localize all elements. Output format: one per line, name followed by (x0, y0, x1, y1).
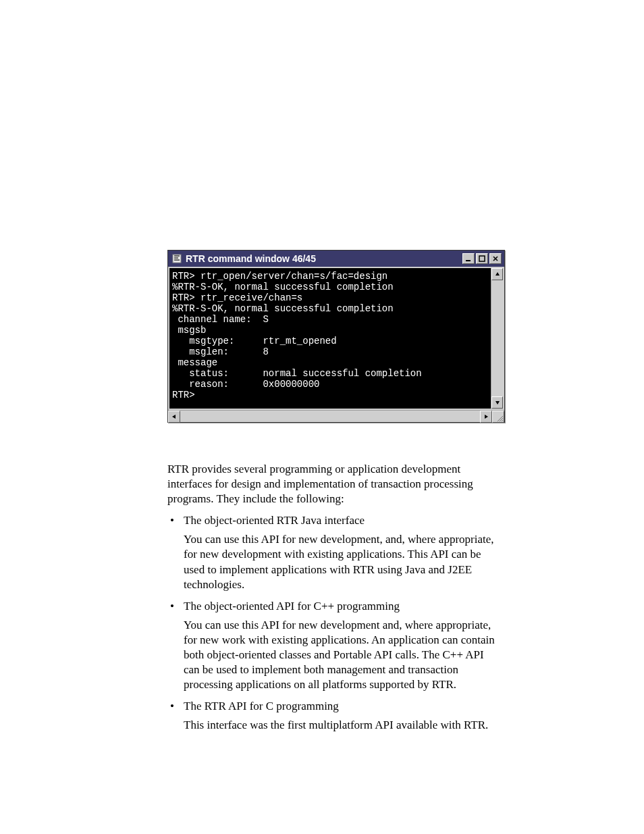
window-title: RTR command window 46/45 (186, 253, 462, 264)
bullet-title: The RTR API for C programming (184, 700, 339, 712)
bullet-title: The object-oriented API for C++ programm… (184, 600, 400, 613)
scroll-track-horizontal[interactable] (180, 411, 480, 422)
rtr-app-icon (171, 253, 183, 264)
bullet-detail: You can use this API for new development… (184, 618, 498, 692)
bullet-item: The RTR API for C programmingThis interf… (167, 699, 498, 733)
bullet-title: The object-oriented RTR Java interface (184, 514, 365, 527)
maximize-button[interactable] (476, 253, 488, 264)
bullet-detail: You can use this API for new development… (184, 532, 498, 592)
window-controls (462, 253, 502, 264)
intro-paragraph: RTR provides several programming or appl… (167, 462, 498, 506)
bullet-detail: This interface was the first multiplatfo… (184, 718, 498, 733)
vertical-scrollbar[interactable] (491, 268, 503, 409)
svg-rect-2 (479, 256, 485, 261)
resize-grip[interactable] (492, 411, 504, 423)
terminal-output: RTR> rtr_open/server/chan=s/fac=design %… (169, 268, 491, 409)
window-titlebar[interactable]: RTR command window 46/45 (168, 251, 504, 267)
scroll-up-button[interactable] (491, 268, 503, 280)
bullet-item: The object-oriented API for C++ programm… (167, 599, 498, 693)
terminal-window: RTR command window 46/45 RTR> rtr_open/s… (167, 250, 505, 423)
scroll-left-button[interactable] (168, 411, 180, 423)
document-body: RTR provides several programming or appl… (167, 462, 498, 733)
scroll-down-button[interactable] (491, 396, 503, 409)
close-button[interactable] (489, 253, 502, 264)
scroll-right-button[interactable] (480, 411, 492, 423)
svg-rect-1 (466, 260, 471, 261)
bullet-item: The object-oriented RTR Java interfaceYo… (167, 513, 498, 592)
minimize-button[interactable] (462, 253, 475, 264)
horizontal-scrollbar[interactable] (168, 410, 504, 422)
scroll-track-vertical[interactable] (491, 280, 503, 396)
